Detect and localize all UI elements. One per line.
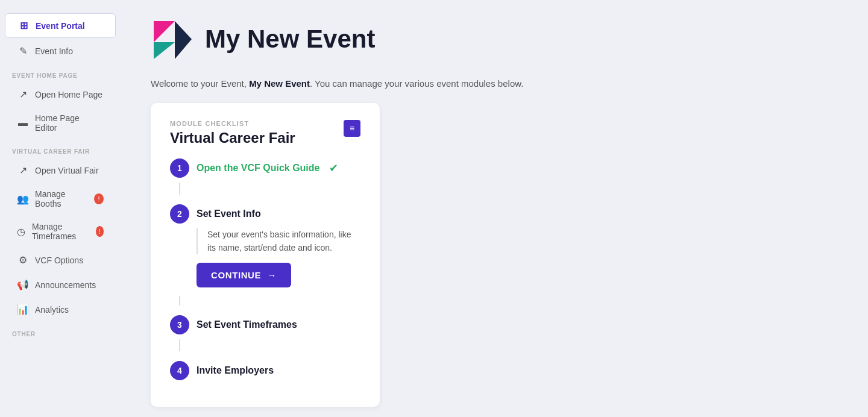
card-title: Virtual Career Fair <box>170 130 360 146</box>
arrow-right-icon: → <box>267 270 277 280</box>
gear-icon: ⚙ <box>17 254 29 266</box>
continue-button[interactable]: CONTINUE → <box>197 263 291 287</box>
svg-marker-1 <box>154 42 175 59</box>
module-label: MODULE CHECKLIST <box>170 120 360 127</box>
sidebar-item-label: Manage Booths <box>35 189 88 208</box>
continue-button-label: CONTINUE <box>211 270 261 280</box>
step-2: 2 Set Event Info Set your event's basic … <box>170 204 360 306</box>
sidebar-item-open-virtual-fair[interactable]: ↗ Open Virtual Fair <box>5 158 116 182</box>
sidebar-item-announcements[interactable]: 📢 Announcements <box>5 273 116 296</box>
step-3-connector <box>179 339 180 351</box>
sidebar-item-label: Analytics <box>35 305 69 315</box>
check-icon: ✔ <box>329 161 338 175</box>
svg-marker-0 <box>154 21 175 42</box>
app-logo <box>151 18 193 60</box>
header-area: My New Event <box>151 18 838 60</box>
sidebar-item-label: Home Page Editor <box>35 113 104 133</box>
megaphone-icon: 📢 <box>17 279 29 290</box>
step-1-circle: 1 <box>170 158 189 178</box>
sidebar: ⊞ Event Portal ✎ Event Info EVENT HOME P… <box>0 0 121 417</box>
step-4-title: Invite Employers <box>197 365 274 376</box>
sidebar-item-event-portal[interactable]: ⊞ Event Portal <box>5 13 116 38</box>
sidebar-item-event-info[interactable]: ✎ Event Info <box>5 39 116 63</box>
sidebar-item-open-home-page[interactable]: ↗ Open Home Page <box>5 83 116 106</box>
main-content: My New Event Welcome to your Event, My N… <box>121 0 868 417</box>
step-1-header: 1 Open the VCF Quick Guide ✔ <box>170 158 360 178</box>
grid-icon: ⊞ <box>17 20 30 31</box>
step-2-description: Set your event's basic information, like… <box>197 228 360 254</box>
step-2-title: Set Event Info <box>197 208 261 219</box>
sidebar-item-label: Open Home Page <box>35 90 102 99</box>
step-2-header: 2 Set Event Info <box>170 204 360 224</box>
edit-icon: ✎ <box>17 45 29 57</box>
step-4-header: 4 Invite Employers <box>170 361 360 380</box>
step-3-title: Set Event Timeframes <box>197 319 297 330</box>
badge-manage-timeframes: ! <box>96 226 104 237</box>
sidebar-item-label: Manage Timeframes <box>32 222 90 241</box>
sidebar-item-label: VCF Options <box>35 256 83 265</box>
sidebar-section-vcf: VIRTUAL CAREER FAIR <box>0 140 121 157</box>
step-1: 1 Open the VCF Quick Guide ✔ <box>170 158 360 195</box>
svg-marker-2 <box>175 21 192 59</box>
step-1-title: Open the VCF Quick Guide <box>197 163 319 174</box>
badge-manage-booths: ! <box>94 193 104 204</box>
external-link-icon: ↗ <box>17 89 29 100</box>
welcome-text: Welcome to your Event, My New Event. You… <box>151 78 838 89</box>
step-3-header: 3 Set Event Timeframes <box>170 315 360 334</box>
clock-icon: ◷ <box>17 226 26 237</box>
step-3-circle: 3 <box>170 315 189 334</box>
sidebar-item-manage-booths[interactable]: 👥 Manage Booths ! <box>5 183 116 215</box>
people-icon: 👥 <box>17 193 29 205</box>
step-2-circle: 2 <box>170 204 189 224</box>
sidebar-item-label: Open Virtual Fair <box>35 166 99 175</box>
sidebar-section-event-home: EVENT HOME PAGE <box>0 64 121 81</box>
event-name-inline: My New Event <box>249 78 310 89</box>
step-4-circle: 4 <box>170 361 189 380</box>
step-3: 3 Set Event Timeframes <box>170 315 360 351</box>
external-link-icon: ↗ <box>17 165 29 176</box>
sidebar-item-label: Event Portal <box>36 21 85 31</box>
chart-icon: 📊 <box>17 304 29 315</box>
checklist-card: ≡ MODULE CHECKLIST Virtual Career Fair 1… <box>151 103 380 407</box>
layout-icon: ▬ <box>17 118 29 128</box>
step-1-connector <box>179 183 180 195</box>
sidebar-section-other: OTHER <box>0 322 121 340</box>
sidebar-item-analytics[interactable]: 📊 Analytics <box>5 298 116 321</box>
sidebar-item-home-page-editor[interactable]: ▬ Home Page Editor <box>5 107 116 139</box>
step-4: 4 Invite Employers <box>170 361 360 380</box>
sidebar-item-manage-timeframes[interactable]: ◷ Manage Timeframes ! <box>5 216 116 247</box>
list-icon: ≡ <box>344 120 360 137</box>
sidebar-item-label: Announcements <box>35 280 96 290</box>
step-2-bottom-connector <box>179 296 180 306</box>
sidebar-item-vcf-options[interactable]: ⚙ VCF Options <box>5 248 116 272</box>
sidebar-item-label: Event Info <box>35 46 73 56</box>
event-title: My New Event <box>205 25 375 54</box>
